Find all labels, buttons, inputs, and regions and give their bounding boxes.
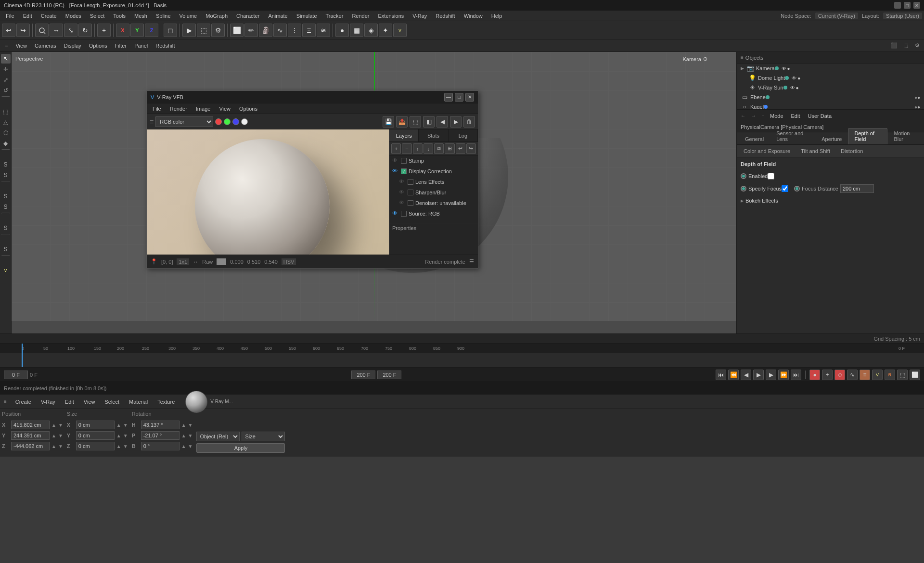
- object-type-select[interactable]: Object (Rel) Object (Abs) World: [196, 432, 240, 441]
- measure-tool-icon[interactable]: S: [1, 223, 11, 233]
- subtab-distortion[interactable]: Distortion: [836, 147, 868, 155]
- live-select-button[interactable]: [35, 24, 49, 37]
- vray-transport-button[interactable]: V: [872, 370, 883, 380]
- menu-window[interactable]: Window: [460, 12, 487, 20]
- vfb-stereo-button[interactable]: ◧: [423, 116, 435, 128]
- viewport-maximize-icon[interactable]: ⬛: [889, 41, 899, 51]
- layer-check-stamp[interactable]: [401, 158, 407, 164]
- dof-focus-distance-radio[interactable]: [794, 186, 800, 192]
- coord-mode-select[interactable]: Size Scale: [242, 432, 285, 441]
- vfb-red-channel-button[interactable]: [215, 118, 222, 125]
- prev-key-button[interactable]: ◀: [741, 370, 751, 380]
- tree-item-dome-light[interactable]: 💡 Dome Light 👁 ●: [737, 73, 924, 83]
- timeline-track[interactable]: [0, 353, 924, 367]
- size-z-input[interactable]: [76, 442, 115, 450]
- layer-check-lens-effects[interactable]: [408, 179, 413, 185]
- vfb-panel-toggle-icon[interactable]: ☰: [469, 258, 474, 265]
- bottom-tools-hamburger[interactable]: ≡: [4, 399, 7, 404]
- rot-p-arrow-up[interactable]: ▲: [181, 433, 186, 438]
- menu-mograph[interactable]: MoGraph: [202, 12, 231, 20]
- keyframe-button[interactable]: ◇: [834, 370, 845, 380]
- layer-item-sharpen-blur[interactable]: 👁 Sharpen/Blur: [389, 187, 478, 198]
- step-forward-button[interactable]: ⏩: [778, 370, 789, 380]
- tab-sensor-lens[interactable]: Sensor and Lens: [770, 128, 815, 144]
- layer-eye-lens-effects[interactable]: 👁: [399, 179, 406, 185]
- menu-spline[interactable]: Spline: [152, 12, 175, 20]
- move-button[interactable]: ↔: [50, 24, 63, 37]
- bt-create[interactable]: Create: [13, 398, 34, 406]
- bt-vray[interactable]: V-Ray: [38, 398, 58, 406]
- props-mode-label[interactable]: Mode: [770, 113, 783, 119]
- menu-extensions[interactable]: Extensions: [374, 12, 408, 20]
- vr-button[interactable]: V: [393, 24, 407, 37]
- menu-volume[interactable]: Volume: [176, 12, 201, 20]
- scale-button[interactable]: ⤡: [64, 24, 77, 37]
- tab-depth-of-field[interactable]: Depth of Field: [848, 128, 887, 144]
- add-object-button[interactable]: +: [97, 24, 111, 37]
- size-y-input[interactable]: [76, 431, 115, 440]
- vfb-green-channel-button[interactable]: [224, 118, 231, 125]
- pen-button[interactable]: ✏: [244, 24, 258, 37]
- layer-eye-source-rgb[interactable]: 👁: [392, 210, 399, 217]
- tb2-filter[interactable]: Filter: [112, 42, 129, 50]
- layer-item-display-correction[interactable]: 👁 ✓ Display Correction: [389, 166, 478, 177]
- layer-item-lens-effects[interactable]: 👁 Lens Effects: [389, 177, 478, 187]
- layer-check-denoiser[interactable]: [408, 200, 413, 206]
- bt-texture[interactable]: Texture: [154, 398, 178, 406]
- vfb-menu-render[interactable]: Render: [166, 105, 191, 113]
- redshift-transport-button[interactable]: R: [885, 370, 895, 380]
- vfb-hamburger-icon[interactable]: ≡: [150, 118, 154, 126]
- rot-b-arrow-up[interactable]: ▲: [181, 444, 186, 449]
- maximize-button[interactable]: □: [904, 2, 911, 9]
- z-axis-button[interactable]: Z: [145, 24, 158, 37]
- rotate-button[interactable]: ↻: [78, 24, 92, 37]
- paint-tool-icon[interactable]: S: [1, 244, 11, 254]
- menu-file[interactable]: File: [2, 12, 18, 20]
- deform-tool-icon[interactable]: S: [1, 202, 11, 212]
- current-frame-input[interactable]: [4, 371, 28, 379]
- tb2-display[interactable]: Display: [61, 42, 84, 50]
- bt-select[interactable]: Select: [102, 398, 122, 406]
- pos-z-arrow-down[interactable]: ▼: [58, 444, 63, 449]
- rotate-tool-icon[interactable]: ↺: [1, 86, 11, 95]
- bt-view[interactable]: View: [81, 398, 98, 406]
- rot-b-input[interactable]: [141, 442, 180, 450]
- texture-button[interactable]: ▦: [350, 24, 363, 37]
- pos-x-arrow-down[interactable]: ▼: [58, 422, 63, 428]
- dof-specify-focus-checkbox[interactable]: [782, 185, 788, 192]
- subtab-color-exposure[interactable]: Color and Exposure: [739, 147, 795, 155]
- vfb-blue-channel-button[interactable]: [232, 118, 239, 125]
- vfb-maximize-button[interactable]: □: [455, 93, 463, 102]
- rot-p-arrow-down[interactable]: ▼: [188, 433, 193, 438]
- vfb-next-button[interactable]: ▶: [450, 116, 462, 128]
- pos-x-input[interactable]: [11, 421, 50, 429]
- tree-item-ebene[interactable]: ▭ Ebene ● ●: [737, 92, 924, 102]
- layer-item-stamp[interactable]: 👁 Stamp: [389, 155, 478, 166]
- go-to-start-button[interactable]: ⏮: [716, 370, 726, 380]
- render-settings-button[interactable]: ⚙: [211, 24, 225, 37]
- step-back-button[interactable]: ⏪: [728, 370, 739, 380]
- menu-select[interactable]: Select: [86, 12, 109, 20]
- props-forward-icon[interactable]: →: [751, 113, 756, 118]
- point-tool-icon[interactable]: ◆: [1, 139, 11, 148]
- vfb-layer-undo-button[interactable]: ↩: [456, 143, 465, 154]
- uvw-button[interactable]: ◈: [364, 24, 378, 37]
- layer-eye-display-correction[interactable]: 👁: [392, 168, 399, 175]
- props-edit-label[interactable]: Edit: [791, 113, 800, 119]
- layer-eye-sharpen-blur[interactable]: 👁: [399, 189, 406, 196]
- vfb-layer-duplicate-button[interactable]: ⧉: [434, 143, 444, 154]
- timeline-button[interactable]: ∿: [847, 370, 858, 380]
- start-frame-input[interactable]: [351, 371, 375, 379]
- tree-item-kugel[interactable]: ○ Kugel ● ●: [737, 102, 924, 110]
- size-y-arrow-down[interactable]: ▼: [123, 433, 128, 438]
- vfb-save-button[interactable]: 💾: [383, 116, 394, 128]
- size-x-arrow-up[interactable]: ▲: [116, 422, 121, 428]
- vfb-tab-stats[interactable]: Stats: [419, 129, 448, 141]
- tab-general[interactable]: General: [739, 134, 770, 144]
- undo-button[interactable]: ↩: [2, 24, 15, 37]
- layer-check-display-correction[interactable]: ✓: [401, 168, 407, 174]
- xpresso-button[interactable]: Ξ: [302, 24, 316, 37]
- vray-sun-vis-icon[interactable]: 👁: [790, 85, 795, 90]
- vfb-channel-select[interactable]: RGB color: [155, 116, 213, 127]
- menu-help[interactable]: Help: [488, 12, 506, 20]
